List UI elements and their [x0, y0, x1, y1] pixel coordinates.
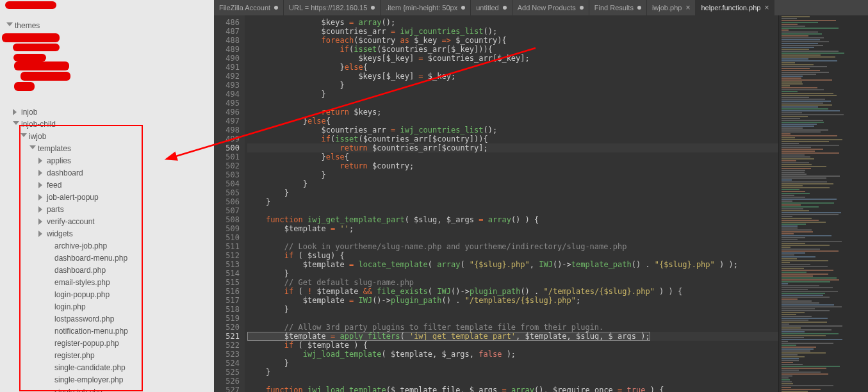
minimap-line	[782, 233, 794, 234]
tree-item-label: single-job.php	[54, 388, 102, 393]
minimap-line	[782, 387, 791, 388]
tree-item[interactable]: widgets	[0, 227, 214, 240]
minimap-line	[782, 89, 824, 90]
minimap-line	[782, 370, 799, 371]
minimap-line	[782, 41, 829, 42]
tree-item[interactable]: single-job.php	[0, 386, 214, 392]
tree-item[interactable]: archive-job.php	[0, 240, 214, 252]
tree-item-label: single-employer.php	[54, 375, 123, 384]
minimap-line	[782, 83, 803, 85]
minimap-line	[782, 274, 828, 275]
tree-item[interactable]: parts	[0, 203, 214, 215]
tree-item[interactable]: injob-child	[0, 118, 214, 130]
line-number: 515	[214, 278, 240, 287]
line-number: 510	[214, 233, 240, 242]
tree-item[interactable]: single-candidate.php	[0, 361, 214, 373]
chevron-down-icon	[13, 121, 19, 127]
chevron-right-icon	[38, 170, 45, 176]
close-icon[interactable]: ×	[764, 3, 769, 12]
editor-tab[interactable]: URL = https://182.160.15	[284, 0, 381, 15]
minimap-line	[782, 60, 837, 61]
tree-root[interactable]: themes	[0, 19, 214, 31]
code-content[interactable]: $keys = array(); $countries_arr = iwj_co…	[245, 15, 778, 392]
minimap-line	[782, 308, 815, 309]
minimap-line	[782, 191, 805, 192]
tree-item[interactable]: notification-menu.php	[0, 325, 214, 337]
minimap-line	[782, 281, 830, 282]
editor-tab[interactable]: Add New Products	[512, 0, 589, 15]
minimap-line	[782, 264, 810, 265]
code-line: return $country;	[247, 161, 778, 170]
minimap-line	[782, 258, 797, 259]
tree-item[interactable]: dashboard	[0, 167, 214, 179]
minimap-line	[782, 306, 842, 307]
tree-item[interactable]: templates	[0, 142, 214, 154]
tree-item[interactable]: single-employer.php	[0, 373, 214, 386]
code-line: }	[247, 368, 778, 377]
tab-label: Add New Products	[518, 4, 576, 12]
minimap-line	[782, 362, 793, 363]
editor-tab[interactable]: FileZilla Account	[214, 0, 284, 15]
minimap-line	[782, 312, 805, 313]
minimap-line	[782, 289, 808, 290]
minimap[interactable]	[778, 15, 868, 392]
line-number: 527	[214, 386, 240, 392]
line-number: 495	[214, 99, 240, 108]
minimap-line	[782, 51, 839, 52]
code-editor[interactable]: 4864874884894904914924934944954964974984…	[214, 15, 868, 392]
minimap-line	[782, 72, 829, 73]
editor-tab[interactable]: .item {min-height: 50px	[381, 0, 471, 15]
minimap-line	[782, 172, 805, 173]
editor-tab[interactable]: Find Results	[589, 0, 647, 15]
tab-label: URL = https://182.160.15	[289, 4, 367, 12]
close-icon[interactable]: ×	[685, 3, 690, 12]
tree-item[interactable]: verify-account	[0, 215, 214, 227]
tree-item[interactable]: register-popup.php	[0, 337, 214, 349]
minimap-line	[782, 358, 799, 359]
tree-item[interactable]: job-alert-popup	[0, 191, 214, 203]
tree-item[interactable]: injob	[0, 106, 214, 118]
minimap-line	[782, 220, 819, 221]
tree-item-label: injob-child	[21, 120, 56, 129]
minimap-line	[782, 81, 802, 83]
code-line: return $keys;	[247, 108, 778, 117]
code-line: function iwj_load_template($_template_fi…	[247, 386, 778, 392]
minimap-line	[782, 348, 814, 350]
chevron-down-icon	[29, 145, 36, 152]
line-number: 512	[214, 251, 240, 260]
code-line: }else{	[247, 63, 778, 72]
minimap-line	[782, 64, 814, 65]
minimap-line	[782, 193, 810, 194]
code-line: // Allow 3rd party plugins to filter tem…	[247, 323, 778, 332]
minimap-line	[782, 122, 824, 123]
tree-item[interactable]: dashboard.php	[0, 264, 214, 276]
minimap-line	[782, 99, 825, 100]
minimap-line	[782, 29, 789, 31]
tree-item[interactable]: dashboard-menu.php	[0, 252, 214, 264]
code-line: foreach($country as $_key => $_country){	[247, 36, 778, 45]
editor-tab[interactable]: iwjob.php×	[647, 0, 696, 15]
minimap-line	[782, 101, 831, 102]
code-line: }	[247, 269, 778, 278]
editor-tab[interactable]: untitled	[471, 0, 512, 15]
chevron-down-icon	[6, 22, 13, 29]
tree-item[interactable]: iwjob	[0, 130, 214, 142]
code-line: iwj_load_template( $template, $_args, fa…	[247, 350, 778, 359]
line-number: 505	[214, 188, 240, 197]
line-number: 518	[214, 305, 240, 314]
tree-item[interactable]: register.php	[0, 349, 214, 361]
editor-tab[interactable]: helper.function.php×	[696, 0, 774, 15]
tree-item[interactable]: feed	[0, 179, 214, 191]
tree-item[interactable]: lostpassword.php	[0, 313, 214, 325]
minimap-line	[782, 252, 805, 254]
tree-item[interactable]: login-popup.php	[0, 288, 214, 300]
line-number: 520	[214, 323, 240, 332]
tree-item[interactable]: login.php	[0, 300, 214, 313]
tree-item[interactable]: email-styles.php	[0, 276, 214, 288]
minimap-line	[782, 179, 792, 181]
minimap-line	[782, 287, 833, 288]
minimap-line	[782, 314, 796, 315]
line-number: 501	[214, 152, 240, 161]
minimap-line	[782, 241, 842, 242]
tree-item[interactable]: applies	[0, 154, 214, 167]
